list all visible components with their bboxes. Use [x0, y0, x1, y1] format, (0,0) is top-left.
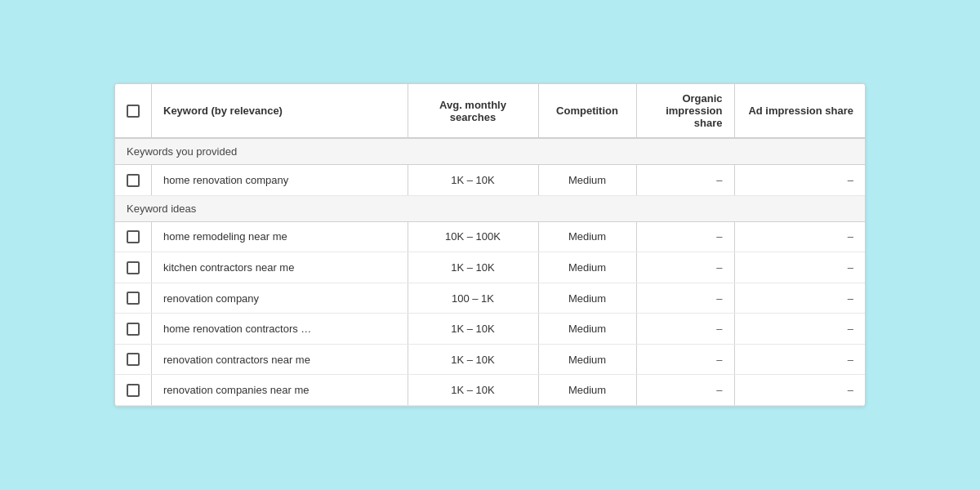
row-ad: –: [734, 283, 865, 314]
row-checkbox-cell[interactable]: [115, 221, 152, 252]
row-keyword: home remodeling near me: [152, 221, 408, 252]
table-row: home renovation contractors …1K – 10KMed…: [115, 314, 865, 345]
row-organic: –: [636, 375, 734, 406]
row-ad: –: [734, 221, 865, 252]
row-checkbox-cell[interactable]: [115, 252, 152, 283]
row-organic: –: [636, 283, 734, 314]
row-ad: –: [734, 314, 865, 345]
table-row: renovation contractors near me1K – 10KMe…: [115, 344, 865, 375]
row-competition: Medium: [538, 375, 636, 406]
header-monthly: Avg. monthly searches: [408, 84, 538, 138]
row-keyword: renovation contractors near me: [152, 344, 408, 375]
row-checkbox[interactable]: [127, 353, 140, 366]
row-organic: –: [636, 252, 734, 283]
table-row: renovation companies near me1K – 10KMedi…: [115, 375, 865, 406]
row-keyword: home renovation company: [152, 165, 408, 196]
row-checkbox-cell[interactable]: [115, 314, 152, 345]
row-checkbox[interactable]: [127, 174, 140, 187]
row-keyword: renovation company: [152, 283, 408, 314]
row-ad: –: [734, 165, 865, 196]
row-monthly: 1K – 10K: [408, 344, 538, 375]
row-checkbox[interactable]: [127, 261, 140, 274]
header-competition: Competition: [538, 84, 636, 138]
header-checkbox-cell[interactable]: [115, 84, 152, 138]
table-row: renovation company100 – 1KMedium––: [115, 283, 865, 314]
row-checkbox-cell[interactable]: [115, 165, 152, 196]
section-header-provided: Keywords you provided: [115, 138, 865, 165]
row-organic: –: [636, 314, 734, 345]
header-ad: Ad impression share: [734, 84, 865, 138]
section-label-ideas: Keyword ideas: [115, 195, 865, 221]
keyword-table: Keyword (by relevance) Avg. monthly sear…: [115, 84, 865, 406]
row-checkbox-cell[interactable]: [115, 375, 152, 406]
row-checkbox-cell[interactable]: [115, 344, 152, 375]
table-row: home renovation company1K – 10KMedium––: [115, 165, 865, 196]
row-ad: –: [734, 344, 865, 375]
table-row: kitchen contractors near me1K – 10KMediu…: [115, 252, 865, 283]
row-checkbox[interactable]: [127, 230, 140, 243]
table-row: home remodeling near me10K – 100KMedium–…: [115, 221, 865, 252]
row-monthly: 100 – 1K: [408, 283, 538, 314]
row-checkbox[interactable]: [127, 323, 140, 336]
row-organic: –: [636, 221, 734, 252]
row-competition: Medium: [538, 165, 636, 196]
table-body: Keywords you providedhome renovation com…: [115, 138, 865, 405]
section-label-provided: Keywords you provided: [115, 138, 865, 165]
row-keyword: home renovation contractors …: [152, 314, 408, 345]
row-ad: –: [734, 375, 865, 406]
row-competition: Medium: [538, 314, 636, 345]
section-header-ideas: Keyword ideas: [115, 195, 865, 221]
row-checkbox[interactable]: [127, 292, 140, 305]
row-competition: Medium: [538, 252, 636, 283]
row-keyword: kitchen contractors near me: [152, 252, 408, 283]
row-competition: Medium: [538, 221, 636, 252]
row-checkbox-cell[interactable]: [115, 283, 152, 314]
row-monthly: 10K – 100K: [408, 221, 538, 252]
row-organic: –: [636, 344, 734, 375]
row-checkbox[interactable]: [127, 384, 140, 397]
row-competition: Medium: [538, 283, 636, 314]
row-monthly: 1K – 10K: [408, 252, 538, 283]
row-monthly: 1K – 10K: [408, 375, 538, 406]
table-header-row: Keyword (by relevance) Avg. monthly sear…: [115, 84, 865, 138]
header-checkbox[interactable]: [127, 105, 140, 118]
row-ad: –: [734, 252, 865, 283]
row-competition: Medium: [538, 344, 636, 375]
header-keyword: Keyword (by relevance): [152, 84, 408, 138]
row-monthly: 1K – 10K: [408, 314, 538, 345]
keyword-table-container: Keyword (by relevance) Avg. monthly sear…: [114, 83, 866, 407]
header-organic: Organic impression share: [636, 84, 734, 138]
row-organic: –: [636, 165, 734, 196]
row-monthly: 1K – 10K: [408, 165, 538, 196]
row-keyword: renovation companies near me: [152, 375, 408, 406]
